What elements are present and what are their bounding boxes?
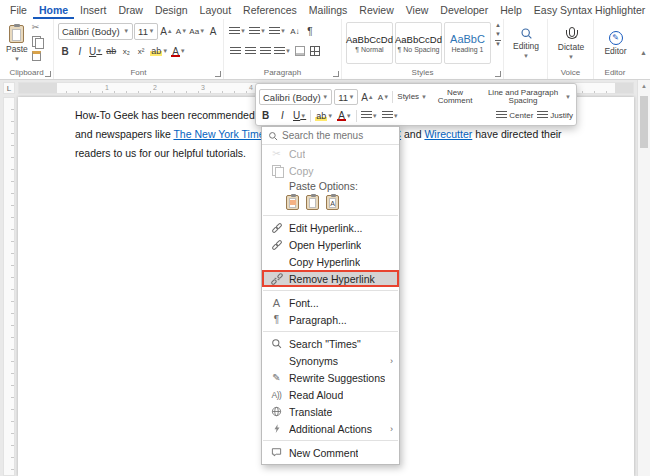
tab-layout[interactable]: Layout (194, 0, 238, 19)
mini-font-name-select[interactable]: Calibri (Body) ▼ (259, 89, 332, 105)
italic-button[interactable]: I (73, 43, 87, 60)
menu-item-translate[interactable]: Translate (262, 403, 399, 420)
shading-button[interactable] (293, 43, 307, 60)
numbering-button[interactable]: ▼ (248, 23, 267, 40)
clear-formatting-button[interactable]: A (206, 23, 220, 40)
align-left-button[interactable] (228, 43, 242, 60)
mini-italic-button[interactable]: I (276, 110, 289, 121)
underline-button[interactable]: U▼ (88, 43, 103, 60)
style-normal[interactable]: AaBbCcDd ¶ Normal (346, 22, 393, 64)
hyperlink-wirecutter[interactable]: Wirecutter (424, 128, 472, 140)
paste-keep-source-formatting-icon[interactable] (286, 195, 299, 210)
vertical-ruler[interactable] (3, 97, 15, 476)
shrink-font-button[interactable]: A▼ (174, 23, 188, 40)
clipboard-dialog-launcher[interactable] (45, 71, 51, 77)
multilevel-list-button[interactable]: ▼ (268, 23, 287, 40)
scroll-up-icon[interactable]: ▲ (638, 80, 650, 93)
styles-dialog-launcher[interactable] (495, 71, 501, 77)
search-input[interactable] (282, 130, 386, 141)
mini-center-button[interactable]: Center (496, 111, 533, 120)
styles-up-icon[interactable]: ▲ (495, 22, 501, 28)
font-size-select[interactable]: 11 ▼ (134, 23, 158, 40)
menu-item-copy[interactable]: Copy (262, 162, 399, 179)
styles-down-icon[interactable]: ▼ (495, 31, 501, 37)
mini-underline-button[interactable]: U▼ (293, 110, 306, 121)
menu-item-open-hyperlink[interactable]: Open Hyperlink (262, 236, 399, 253)
collapse-ribbon-icon[interactable]: ▲ (640, 49, 647, 56)
tab-home[interactable]: Home (33, 0, 74, 19)
tab-design[interactable]: Design (149, 0, 194, 19)
tab-file[interactable]: File (4, 0, 33, 19)
mini-font-color-button[interactable]: A▼ (337, 110, 352, 121)
menu-item-search-times[interactable]: Search "Times" (262, 335, 399, 352)
paste-merge-formatting-icon[interactable] (306, 195, 319, 210)
menu-item-font[interactable]: A Font... (262, 294, 399, 311)
line-spacing-button[interactable]: ▼ (273, 43, 292, 60)
tab-mailings[interactable]: Mailings (303, 0, 354, 19)
menu-item-cut[interactable]: ✂ Cut (262, 145, 399, 162)
bold-button[interactable]: B (58, 43, 72, 60)
borders-button[interactable] (308, 43, 322, 60)
style-heading-1[interactable]: AaBbC Heading 1 (444, 22, 491, 64)
format-painter-icon[interactable] (32, 51, 41, 61)
grow-font-button[interactable]: A▲ (159, 23, 173, 40)
menu-item-new-comment[interactable]: New Comment (262, 444, 399, 461)
menu-item-additional-actions[interactable]: Additional Actions › (262, 420, 399, 437)
text-highlight-button[interactable]: ab▼ (149, 43, 169, 60)
menu-item-paragraph[interactable]: ¶ Paragraph... (262, 311, 399, 328)
strikethrough-button[interactable]: ab (104, 43, 118, 60)
menu-item-copy-hyperlink[interactable]: Copy Hyperlink (262, 253, 399, 270)
subscript-button[interactable]: x₂ (119, 43, 133, 60)
mini-styles-button[interactable]: Styles ▼ (395, 93, 429, 102)
font-color-button[interactable]: A▼ (170, 43, 187, 60)
cut-icon[interactable]: ✂ (32, 23, 42, 32)
editor-button[interactable]: ✎ Editor (598, 21, 633, 65)
mini-shrink-font-button[interactable]: A▼ (376, 89, 390, 106)
tab-references[interactable]: References (237, 0, 303, 19)
styles-more-icon[interactable]: ▼ (495, 40, 501, 47)
menu-item-synonyms[interactable]: Synonyms › (262, 352, 399, 369)
change-case-button[interactable]: Aa▼ (189, 23, 205, 40)
tab-insert[interactable]: Insert (74, 0, 112, 19)
mini-font-size-select[interactable]: 11 ▼ (334, 89, 358, 105)
bullets-button[interactable]: ▼ (228, 23, 247, 40)
tab-stop-selector[interactable]: L (3, 82, 15, 94)
menu-search-box[interactable] (262, 127, 399, 145)
font-dialog-launcher[interactable] (215, 71, 221, 77)
hyperlink-new-york-times[interactable]: The New York Times (173, 128, 269, 140)
vertical-scrollbar[interactable]: ▲ (637, 80, 650, 476)
paste-keep-text-only-icon[interactable]: A (326, 195, 339, 210)
tab-help[interactable]: Help (494, 0, 528, 19)
editing-button[interactable]: Editing ▼ (508, 21, 544, 65)
mini-highlight-button[interactable]: ab▼ (315, 111, 333, 121)
mini-justify-button[interactable]: Justify (537, 111, 573, 120)
menu-item-read-aloud[interactable]: A)) Read Aloud (262, 386, 399, 403)
menu-item-edit-hyperlink[interactable]: Edit Hyperlink... (262, 219, 399, 236)
mini-new-comment-button[interactable]: New Comment (431, 89, 479, 106)
sort-button[interactable]: A↓ (288, 23, 302, 40)
mini-line-spacing-button[interactable]: Line and Paragraph Spacing ▼ (481, 89, 573, 106)
tab-draw[interactable]: Draw (112, 0, 149, 19)
tab-easy-syntax-highlighter[interactable]: Easy Syntax Highlighter (528, 0, 650, 19)
paste-button[interactable]: Paste ▼ (4, 21, 30, 65)
mini-bold-button[interactable]: B (259, 110, 272, 121)
align-center-icon (245, 47, 256, 56)
font-name-select[interactable]: Calibri (Body) ▼ (58, 23, 133, 40)
tab-review[interactable]: Review (353, 0, 399, 19)
paragraph-dialog-launcher[interactable] (333, 71, 339, 77)
superscript-button[interactable]: x² (134, 43, 148, 60)
menu-item-remove-hyperlink[interactable]: Remove Hyperlink (262, 270, 399, 287)
align-center-button[interactable] (243, 43, 257, 60)
mini-numbering-button[interactable]: ▼ (382, 111, 399, 120)
style-no-spacing[interactable]: AaBbCcDd ¶ No Spacing (395, 22, 442, 64)
tab-view[interactable]: View (400, 0, 435, 19)
copy-icon[interactable] (32, 36, 42, 48)
show-paragraph-marks-button[interactable]: ¶ (303, 23, 317, 40)
tab-developer[interactable]: Developer (434, 0, 494, 19)
mini-bullets-button[interactable]: ▼ (361, 111, 378, 120)
dictate-button[interactable]: Dictate ▼ (552, 21, 590, 65)
scrollbar-thumb[interactable] (640, 96, 648, 148)
menu-item-rewrite-suggestions[interactable]: ✎ Rewrite Suggestions (262, 369, 399, 386)
align-right-button[interactable] (258, 43, 272, 60)
mini-grow-font-button[interactable]: A▲ (360, 89, 374, 106)
